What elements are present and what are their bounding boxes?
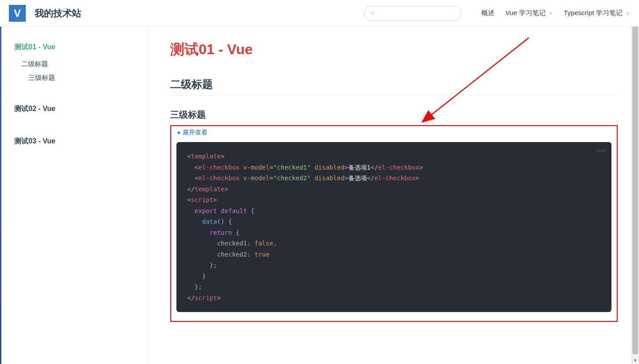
nav-typescript-notes[interactable]: Typescript 学习笔记 ▼ <box>564 9 630 17</box>
sidebar-sub-label: 二级标题 <box>21 60 48 67</box>
section-h3: 三级标题 <box>170 109 618 121</box>
nav-label: Typescript 学习笔记 <box>564 9 623 17</box>
scrollbar-vertical[interactable]: ▲ ▼ <box>631 0 639 364</box>
site-logo[interactable]: V <box>9 5 26 22</box>
nav-vue-notes[interactable]: Vue 学习笔记 ▼ <box>505 9 553 17</box>
code-content: <template> <el-checkbox v-model="checked… <box>187 151 601 303</box>
sidebar-item-label: 测试01 - Vue <box>14 43 56 51</box>
sidebar-item-test02[interactable]: 测试02 - Vue <box>0 102 148 116</box>
page-title: 测试01 - Vue <box>170 40 618 59</box>
search-icon <box>371 10 375 16</box>
sidebar-sub-h3[interactable]: 三级标题 <box>0 72 148 84</box>
nav-overview[interactable]: 概述 <box>481 9 495 17</box>
header: V 我的技术站 概述 Vue 学习笔记 ▼ Typescript 学习笔记 ▼ <box>0 0 639 27</box>
code-language-label: vue <box>596 146 605 156</box>
sidebar-sub-label: 三级标题 <box>28 74 55 81</box>
content-area: 测试01 - Vue 二级标题 三级标题 展开查看 vue <template>… <box>149 27 639 364</box>
search-box[interactable] <box>364 6 462 21</box>
svg-line-1 <box>373 14 374 15</box>
chevron-down-icon: ▼ <box>548 11 553 16</box>
nav-label: Vue 学习笔记 <box>505 9 545 17</box>
scrollbar-down-icon[interactable]: ▼ <box>631 356 639 364</box>
window-left-edge <box>0 0 1 364</box>
section-h2: 二级标题 <box>170 77 618 95</box>
code-block: vue <template> <el-checkbox v-model="che… <box>176 142 611 312</box>
nav-label: 概述 <box>481 9 495 17</box>
expand-toggle[interactable]: 展开查看 <box>176 127 208 142</box>
sidebar-sub-h2[interactable]: 二级标题 <box>0 58 148 70</box>
sidebar-item-label: 测试03 - Vue <box>14 137 56 145</box>
svg-point-0 <box>371 12 374 14</box>
logo-letter: V <box>14 7 21 20</box>
sidebar: 测试01 - Vue 二级标题 三级标题 测试02 - Vue 测试03 - V… <box>0 27 149 364</box>
sidebar-item-label: 测试02 - Vue <box>14 105 56 112</box>
chevron-down-icon: ▼ <box>625 11 630 16</box>
scrollbar-thumb[interactable] <box>632 8 638 354</box>
sidebar-item-test03[interactable]: 测试03 - Vue <box>0 134 148 149</box>
site-title[interactable]: 我的技术站 <box>35 7 81 20</box>
search-input[interactable] <box>377 10 455 17</box>
sidebar-item-test01[interactable]: 测试01 - Vue <box>0 40 148 55</box>
highlighted-code-container: 展开查看 vue <template> <el-checkbox v-model… <box>170 125 618 322</box>
